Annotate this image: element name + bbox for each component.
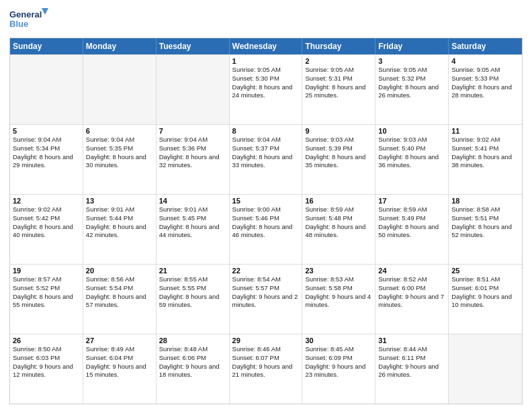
day-number: 20 — [86, 267, 153, 275]
daylight-text: Daylight: 9 hours and 10 minutes. — [451, 293, 519, 310]
sunset-text: Sunset: 5:58 PM — [305, 284, 372, 293]
day-number: 28 — [159, 336, 226, 345]
weekday-header: Wednesday — [230, 38, 303, 54]
weekday-header: Sunday — [10, 38, 83, 54]
sunset-text: Sunset: 5:37 PM — [232, 144, 300, 153]
daylight-text: Daylight: 8 hours and 52 minutes. — [451, 223, 519, 240]
sunset-text: Sunset: 6:01 PM — [451, 284, 519, 293]
calendar-cell: 24Sunrise: 8:52 AMSunset: 6:00 PMDayligh… — [375, 265, 449, 334]
sunrise-text: Sunrise: 9:04 AM — [86, 136, 153, 144]
daylight-text: Daylight: 9 hours and 26 minutes. — [378, 363, 445, 380]
day-number: 7 — [159, 127, 226, 135]
day-number: 10 — [378, 127, 445, 135]
calendar-cell: 25Sunrise: 8:51 AMSunset: 6:01 PMDayligh… — [449, 265, 522, 334]
sunset-text: Sunset: 6:03 PM — [13, 354, 80, 363]
daylight-text: Daylight: 8 hours and 55 minutes. — [13, 293, 80, 310]
sunrise-text: Sunrise: 8:56 AM — [86, 275, 153, 284]
sunset-text: Sunset: 5:39 PM — [305, 144, 372, 153]
sunrise-text: Sunrise: 9:02 AM — [13, 205, 80, 214]
sunrise-text: Sunrise: 9:01 AM — [159, 205, 226, 214]
weekday-header: Tuesday — [157, 38, 230, 54]
calendar-cell: 26Sunrise: 8:50 AMSunset: 6:03 PMDayligh… — [10, 334, 83, 404]
daylight-text: Daylight: 9 hours and 2 minutes. — [232, 293, 300, 310]
sunset-text: Sunset: 5:32 PM — [378, 75, 445, 83]
daylight-text: Daylight: 8 hours and 32 minutes. — [159, 153, 226, 171]
sunrise-text: Sunrise: 8:49 AM — [86, 345, 153, 354]
calendar-row: 26Sunrise: 8:50 AMSunset: 6:03 PMDayligh… — [10, 334, 522, 404]
day-number: 16 — [305, 197, 372, 205]
day-number: 11 — [451, 127, 519, 135]
calendar-cell — [157, 55, 230, 124]
sunset-text: Sunset: 5:41 PM — [451, 144, 519, 153]
sunset-text: Sunset: 6:11 PM — [378, 354, 445, 363]
sunrise-text: Sunrise: 8:55 AM — [159, 275, 226, 284]
logo: General Blue — [9, 7, 50, 34]
sunrise-text: Sunrise: 8:53 AM — [305, 275, 372, 284]
daylight-text: Daylight: 8 hours and 25 minutes. — [305, 83, 372, 101]
day-number: 27 — [86, 336, 153, 345]
day-number: 24 — [378, 267, 445, 275]
daylight-text: Daylight: 8 hours and 35 minutes. — [305, 153, 372, 171]
daylight-text: Daylight: 8 hours and 42 minutes. — [86, 223, 153, 240]
logo-svg: General Blue — [9, 7, 50, 34]
sunset-text: Sunset: 5:48 PM — [305, 214, 372, 223]
calendar-cell: 31Sunrise: 8:44 AMSunset: 6:11 PMDayligh… — [375, 334, 449, 404]
calendar-cell: 13Sunrise: 9:01 AMSunset: 5:44 PMDayligh… — [83, 195, 157, 264]
calendar-cell: 1Sunrise: 9:05 AMSunset: 5:30 PMDaylight… — [230, 55, 303, 124]
calendar-cell: 27Sunrise: 8:49 AMSunset: 6:04 PMDayligh… — [83, 334, 157, 404]
weekday-header: Saturday — [449, 38, 522, 54]
daylight-text: Daylight: 9 hours and 23 minutes. — [305, 363, 372, 380]
day-number: 3 — [378, 57, 445, 65]
weekday-header: Thursday — [302, 38, 375, 54]
sunrise-text: Sunrise: 8:51 AM — [451, 275, 519, 284]
sunset-text: Sunset: 6:07 PM — [232, 354, 300, 363]
daylight-text: Daylight: 8 hours and 46 minutes. — [232, 223, 300, 240]
calendar-cell: 9Sunrise: 9:03 AMSunset: 5:39 PMDaylight… — [302, 125, 375, 194]
sunset-text: Sunset: 5:45 PM — [159, 214, 226, 223]
daylight-text: Daylight: 9 hours and 15 minutes. — [86, 363, 153, 380]
calendar-cell: 28Sunrise: 8:48 AMSunset: 6:06 PMDayligh… — [157, 334, 230, 404]
sunrise-text: Sunrise: 9:05 AM — [378, 66, 445, 75]
sunrise-text: Sunrise: 8:59 AM — [378, 205, 445, 214]
sunrise-text: Sunrise: 8:54 AM — [232, 275, 300, 284]
sunset-text: Sunset: 6:04 PM — [86, 354, 153, 363]
day-number: 19 — [13, 267, 80, 275]
day-number: 26 — [13, 336, 80, 345]
calendar-row: 1Sunrise: 9:05 AMSunset: 5:30 PMDaylight… — [10, 54, 522, 124]
calendar-cell — [449, 334, 522, 404]
sunrise-text: Sunrise: 8:58 AM — [451, 205, 519, 214]
day-number: 30 — [305, 336, 372, 345]
calendar-cell: 22Sunrise: 8:54 AMSunset: 5:57 PMDayligh… — [230, 265, 303, 334]
calendar-cell: 12Sunrise: 9:02 AMSunset: 5:42 PMDayligh… — [10, 195, 83, 264]
sunset-text: Sunset: 5:49 PM — [378, 214, 445, 223]
daylight-text: Daylight: 8 hours and 29 minutes. — [13, 153, 80, 171]
day-number: 9 — [305, 127, 372, 135]
calendar-row: 19Sunrise: 8:57 AMSunset: 5:52 PMDayligh… — [10, 264, 522, 334]
calendar-cell: 14Sunrise: 9:01 AMSunset: 5:45 PMDayligh… — [157, 195, 230, 264]
weekday-header: Monday — [83, 38, 157, 54]
calendar-cell: 21Sunrise: 8:55 AMSunset: 5:55 PMDayligh… — [157, 265, 230, 334]
calendar-cell: 18Sunrise: 8:58 AMSunset: 5:51 PMDayligh… — [449, 195, 522, 264]
sunset-text: Sunset: 6:06 PM — [159, 354, 226, 363]
sunrise-text: Sunrise: 9:03 AM — [305, 136, 372, 144]
sunset-text: Sunset: 5:40 PM — [378, 144, 445, 153]
sunset-text: Sunset: 5:52 PM — [13, 284, 80, 293]
calendar-cell: 30Sunrise: 8:45 AMSunset: 6:09 PMDayligh… — [302, 334, 375, 404]
sunset-text: Sunset: 5:46 PM — [232, 214, 300, 223]
calendar-cell: 20Sunrise: 8:56 AMSunset: 5:54 PMDayligh… — [83, 265, 157, 334]
sunrise-text: Sunrise: 8:48 AM — [159, 345, 226, 354]
sunrise-text: Sunrise: 8:59 AM — [305, 205, 372, 214]
sunrise-text: Sunrise: 8:44 AM — [378, 345, 445, 354]
calendar-cell: 5Sunrise: 9:04 AMSunset: 5:34 PMDaylight… — [10, 125, 83, 194]
sunrise-text: Sunrise: 9:04 AM — [232, 136, 300, 144]
sunset-text: Sunset: 6:09 PM — [305, 354, 372, 363]
sunset-text: Sunset: 5:34 PM — [13, 144, 80, 153]
calendar-cell: 10Sunrise: 9:03 AMSunset: 5:40 PMDayligh… — [375, 125, 449, 194]
sunrise-text: Sunrise: 9:05 AM — [232, 66, 300, 75]
sunset-text: Sunset: 5:30 PM — [232, 75, 300, 83]
calendar-cell: 3Sunrise: 9:05 AMSunset: 5:32 PMDaylight… — [375, 55, 449, 124]
day-number: 18 — [451, 197, 519, 205]
daylight-text: Daylight: 8 hours and 28 minutes. — [451, 83, 519, 101]
sunset-text: Sunset: 5:31 PM — [305, 75, 372, 83]
calendar-cell — [10, 55, 83, 124]
